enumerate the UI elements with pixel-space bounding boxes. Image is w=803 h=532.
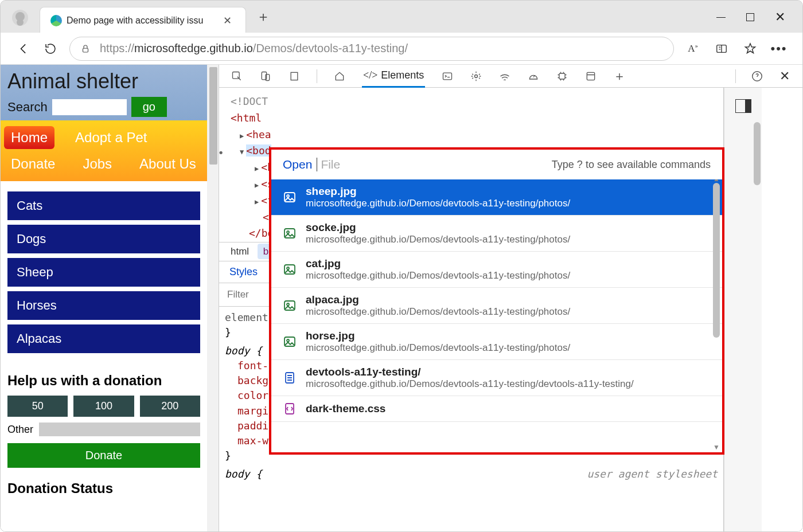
cmd-results: ▲ sheep.jpgmicrosoftedge.github.io/Demos… xyxy=(271,179,722,452)
svg-point-18 xyxy=(287,303,289,306)
help-icon[interactable] xyxy=(751,70,763,83)
svg-point-7 xyxy=(475,75,478,77)
animal-link[interactable]: Cats xyxy=(7,191,200,220)
more-tabs-icon[interactable]: ＋ xyxy=(613,70,626,83)
file-type-icon xyxy=(283,226,297,240)
animal-link[interactable]: Sheep xyxy=(7,258,200,287)
lock-icon xyxy=(80,44,91,54)
inspect-icon[interactable] xyxy=(231,70,243,83)
minimize-icon[interactable] xyxy=(716,17,726,18)
animal-link[interactable]: Horses xyxy=(7,291,200,320)
page-viewport: Animal shelter Search go Home Adopt a Pe… xyxy=(1,65,219,531)
svg-rect-9 xyxy=(587,72,595,80)
cmd-filename: socke.jpg xyxy=(306,221,570,234)
file-type-icon xyxy=(283,190,297,204)
nav-bar: Home Adopt a Pet Donate Jobs About Us xyxy=(1,120,207,181)
address-bar[interactable]: https://microsoftedge.github.io/Demos/de… xyxy=(69,37,674,61)
browser-tab[interactable]: Demo page with accessibility issu ✕ xyxy=(40,7,246,33)
performance-icon[interactable] xyxy=(527,70,540,83)
sources-icon[interactable] xyxy=(470,70,482,83)
cmd-item[interactable]: sheep.jpgmicrosoftedge.github.io/Demos/d… xyxy=(271,179,722,216)
other-input[interactable] xyxy=(39,423,200,436)
more-icon[interactable]: ••• xyxy=(771,41,786,56)
tab-title: Demo page with accessibility issu xyxy=(67,15,215,26)
cmd-filepath: microsoftedge.github.io/Demos/devtools-a… xyxy=(306,270,570,281)
svg-rect-17 xyxy=(284,301,295,310)
svg-rect-13 xyxy=(284,229,295,238)
animals-list: Cats Dogs Sheep Horses Alpacas xyxy=(1,181,207,363)
cmd-item[interactable]: socke.jpgmicrosoftedge.github.io/Demos/d… xyxy=(271,216,722,252)
dom-row-more-icon[interactable]: ••• xyxy=(219,145,224,162)
welcome-icon[interactable] xyxy=(288,70,301,83)
svg-rect-8 xyxy=(559,73,565,79)
cmd-prefix: Open xyxy=(283,158,312,171)
cmd-filename: alpaca.jpg xyxy=(306,294,570,306)
nav-about[interactable]: About Us xyxy=(132,152,203,175)
donation-status-heading: Donation Status xyxy=(7,480,200,496)
search-input[interactable] xyxy=(52,99,127,115)
cmd-scrollbar[interactable] xyxy=(713,183,720,338)
cmd-item[interactable]: horse.jpgmicrosoftedge.github.io/Demos/d… xyxy=(271,324,722,360)
cmd-item[interactable]: dark-theme.css xyxy=(271,396,722,422)
donate-button[interactable]: Donate xyxy=(7,443,200,468)
cmd-item[interactable]: alpaca.jpgmicrosoftedge.github.io/Demos/… xyxy=(271,288,722,324)
svg-point-14 xyxy=(287,231,289,233)
refresh-button[interactable] xyxy=(43,41,58,56)
svg-rect-6 xyxy=(443,73,452,80)
cmd-filename: sheep.jpg xyxy=(306,185,570,198)
cmd-filepath: microsoftedge.github.io/Demos/devtools-a… xyxy=(306,342,570,354)
file-type-icon xyxy=(283,299,297,312)
home-icon[interactable] xyxy=(333,70,346,83)
tab-close-icon[interactable]: ✕ xyxy=(220,13,235,28)
nav-home[interactable]: Home xyxy=(4,126,54,149)
read-aloud-icon[interactable]: A» xyxy=(685,41,700,56)
back-button[interactable] xyxy=(17,41,32,56)
svg-rect-5 xyxy=(291,72,298,80)
memory-icon[interactable] xyxy=(556,70,568,83)
nav-adopt[interactable]: Adopt a Pet xyxy=(68,126,154,149)
cmd-item[interactable]: cat.jpgmicrosoftedge.github.io/Demos/dev… xyxy=(271,252,722,288)
amount-50-button[interactable]: 50 xyxy=(7,396,68,417)
amount-100-button[interactable]: 100 xyxy=(73,396,134,417)
reader-icon[interactable] xyxy=(714,41,729,56)
dock-side-icon[interactable] xyxy=(735,99,751,113)
device-toggle-icon[interactable] xyxy=(259,70,272,83)
nav-donate[interactable]: Donate xyxy=(4,152,62,175)
sidebar-scrollbar[interactable] xyxy=(754,122,761,185)
browser-window: Demo page with accessibility issu ✕ ＋ ✕ … xyxy=(0,0,803,532)
cmd-hint: Type ? to see available commands xyxy=(552,159,711,171)
application-icon[interactable] xyxy=(584,70,597,83)
elements-tab[interactable]: </> Elements xyxy=(362,65,425,88)
cmd-placeholder[interactable]: File xyxy=(321,158,340,171)
page-header: Animal shelter Search go xyxy=(1,65,207,120)
devtools-close-icon[interactable]: ✕ xyxy=(778,70,791,83)
maximize-icon[interactable] xyxy=(746,13,754,21)
devtools-tabbar: </> Elements ＋ ✕ xyxy=(219,65,802,88)
window-close-icon[interactable]: ✕ xyxy=(775,10,785,25)
animal-link[interactable]: Alpacas xyxy=(7,324,200,353)
amount-200-button[interactable]: 200 xyxy=(140,396,200,417)
cmd-filename: cat.jpg xyxy=(306,257,570,270)
page-title: Animal shelter xyxy=(7,69,200,93)
profile-icon[interactable] xyxy=(12,10,28,26)
favorite-icon[interactable] xyxy=(743,41,758,56)
cmd-filename: devtools-a11y-testing/ xyxy=(306,366,634,378)
search-label: Search xyxy=(7,100,48,115)
cmd-item[interactable]: devtools-a11y-testing/microsoftedge.gith… xyxy=(271,360,722,396)
cmd-filename: dark-theme.css xyxy=(306,402,385,415)
window-controls: ✕ xyxy=(716,10,785,25)
page-scrollbar[interactable] xyxy=(207,65,219,531)
file-type-icon xyxy=(283,371,297,385)
cmd-filepath: microsoftedge.github.io/Demos/devtools-a… xyxy=(306,306,570,318)
console-icon[interactable] xyxy=(441,70,454,83)
cmd-filename: horse.jpg xyxy=(306,330,570,342)
file-type-icon xyxy=(283,263,297,276)
new-tab-button[interactable]: ＋ xyxy=(252,5,275,28)
cmd-cursor xyxy=(317,158,317,171)
go-button[interactable]: go xyxy=(131,97,167,117)
animal-link[interactable]: Dogs xyxy=(7,225,200,253)
nav-jobs[interactable]: Jobs xyxy=(76,152,119,175)
donate-heading: Help us with a donation xyxy=(7,373,200,389)
command-menu: Open File Type ? to see available comman… xyxy=(269,147,724,455)
network-icon[interactable] xyxy=(498,70,511,83)
